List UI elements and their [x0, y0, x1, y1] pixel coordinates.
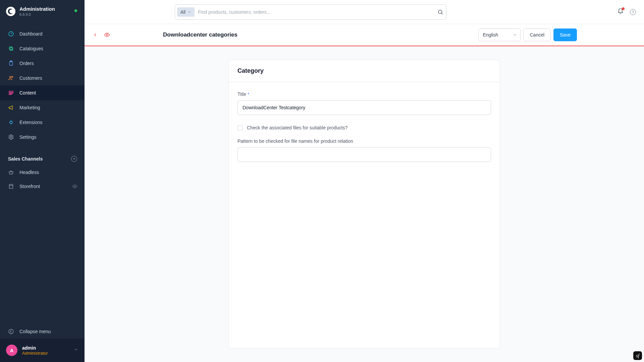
global-search: All: [175, 4, 446, 20]
svg-rect-10: [10, 121, 12, 123]
nav-label: Orders: [19, 61, 34, 66]
category-card: Category Title * Check the associated fi…: [228, 60, 500, 349]
layout-icon: [8, 90, 14, 96]
sidebar: Administration 6.6.9.0 Dashboard Catalog…: [0, 0, 85, 362]
avatar: A: [6, 345, 17, 356]
status-indicator: [74, 9, 77, 12]
svg-point-14: [9, 329, 13, 334]
nav-catalogues[interactable]: Catalogues: [0, 41, 85, 56]
clipboard-icon: [8, 60, 14, 66]
svg-rect-1: [10, 48, 13, 50]
nav-content[interactable]: Content: [0, 85, 85, 100]
svg-point-11: [10, 136, 12, 138]
main: All ? Downloadcenter categories English …: [85, 0, 644, 362]
notification-dot: [622, 7, 625, 10]
help-button[interactable]: ?: [630, 9, 636, 15]
nav-label: Content: [19, 90, 36, 96]
nav-orders[interactable]: Orders: [0, 56, 85, 71]
gauge-icon: [8, 31, 14, 37]
symfony-badge[interactable]: sf: [633, 351, 642, 360]
search-input[interactable]: [198, 9, 434, 15]
svg-rect-8: [9, 93, 13, 94]
search-type-label: All: [180, 9, 186, 15]
svg-rect-12: [9, 186, 13, 188]
topbar: All ?: [85, 0, 644, 24]
svg-line-16: [441, 13, 442, 14]
nav-customers[interactable]: Customers: [0, 71, 85, 85]
megaphone-icon: [8, 105, 14, 111]
notifications-button[interactable]: [617, 8, 624, 16]
check-files-label: Check the associated files for suitable …: [247, 125, 347, 130]
storefront-icon: [8, 183, 14, 189]
back-button[interactable]: [93, 32, 98, 38]
pattern-input[interactable]: [237, 147, 491, 162]
language-select[interactable]: English: [478, 28, 521, 41]
plug-icon: [8, 119, 14, 125]
app-version: 6.6.9.0: [19, 12, 55, 16]
nav-settings[interactable]: Settings: [0, 130, 85, 144]
copy-icon: [8, 46, 14, 52]
nav-extensions[interactable]: Extensions: [0, 115, 85, 130]
nav-label: Extensions: [19, 120, 42, 125]
check-files-checkbox[interactable]: [237, 125, 243, 130]
svg-rect-9: [9, 94, 12, 95]
channel-storefront[interactable]: Storefront: [0, 179, 85, 193]
svg-point-6: [12, 76, 13, 77]
channel-label: Storefront: [19, 184, 40, 189]
content-area: Category Title * Check the associated fi…: [85, 46, 644, 362]
user-role: Administrator: [22, 351, 48, 356]
add-sales-channel-button[interactable]: +: [71, 156, 77, 162]
required-mark: *: [248, 92, 249, 97]
preview-button[interactable]: [104, 32, 110, 38]
cancel-button[interactable]: Cancel: [523, 28, 551, 41]
svg-rect-2: [9, 47, 12, 50]
gear-icon: [8, 134, 14, 140]
chevron-down-icon: [187, 10, 191, 14]
collapse-label: Collapse menu: [19, 329, 51, 334]
user-menu[interactable]: A admin Administrator: [0, 339, 85, 362]
title-label: Title *: [237, 92, 491, 97]
basket-icon: [8, 169, 14, 175]
nav-dashboard[interactable]: Dashboard: [0, 26, 85, 41]
page-title: Downloadcenter categories: [163, 32, 237, 38]
collapse-icon: [8, 328, 14, 335]
nav-label: Marketing: [19, 105, 40, 110]
sidebar-header: Administration 6.6.9.0: [0, 0, 85, 20]
title-input[interactable]: [237, 100, 491, 115]
pagebar: Downloadcenter categories English Cancel…: [85, 24, 644, 46]
nav-label: Catalogues: [19, 46, 43, 51]
user-name: admin: [22, 345, 48, 351]
svg-rect-7: [9, 91, 13, 92]
save-button[interactable]: Save: [553, 28, 577, 41]
svg-point-17: [106, 34, 108, 36]
channel-headless[interactable]: Headless: [0, 165, 85, 179]
nav-label: Settings: [19, 134, 37, 140]
sales-channels-title: Sales Channels: [8, 156, 43, 162]
users-icon: [8, 75, 14, 81]
svg-point-5: [10, 76, 11, 78]
card-header: Category: [229, 60, 500, 82]
nav-marketing[interactable]: Marketing: [0, 100, 85, 115]
app-logo: [6, 7, 15, 16]
app-title: Administration: [19, 6, 55, 12]
svg-point-15: [438, 10, 442, 14]
channel-label: Headless: [19, 170, 39, 175]
collapse-menu[interactable]: Collapse menu: [0, 324, 85, 339]
eye-icon[interactable]: [72, 183, 78, 189]
search-icon[interactable]: [437, 9, 443, 15]
pattern-label: Pattern to be checked for file names for…: [237, 138, 491, 144]
nav-label: Customers: [19, 75, 42, 81]
sales-channels-header: Sales Channels +: [0, 151, 85, 165]
card-title: Category: [237, 67, 491, 74]
primary-nav: Dashboard Catalogues Orders Customers Co…: [0, 26, 85, 144]
nav-label: Dashboard: [19, 31, 43, 37]
chevron-up-icon: [74, 347, 78, 353]
search-type-selector[interactable]: All: [177, 7, 195, 17]
svg-point-13: [74, 186, 75, 187]
